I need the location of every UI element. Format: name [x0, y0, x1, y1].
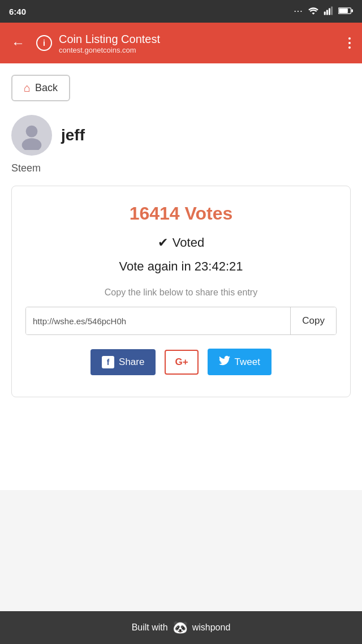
home-icon: ⌂: [24, 81, 31, 95]
app-bar-title: Coin Listing Contest: [59, 32, 337, 46]
signal-dots-icon: ···: [294, 7, 303, 15]
wifi-icon: [308, 6, 319, 17]
svg-point-8: [22, 138, 42, 150]
vote-again-label: Vote again in 23:42:21: [25, 259, 337, 274]
vote-card: 16414 Votes ✔ Voted Vote again in 23:42:…: [11, 186, 351, 397]
below-content: [0, 445, 362, 490]
brand-label: wishpond: [192, 622, 231, 633]
googleplus-button[interactable]: G+: [165, 350, 198, 375]
user-row: jeff: [11, 115, 351, 156]
menu-dot-2: [348, 42, 351, 44]
share-link-input[interactable]: [26, 307, 290, 334]
panda-icon: 🐼: [173, 620, 188, 635]
avatar: [11, 115, 52, 156]
svg-rect-3: [331, 6, 333, 15]
svg-point-7: [26, 126, 38, 138]
facebook-icon: f: [102, 356, 114, 368]
twitter-icon: [219, 355, 230, 368]
twitter-tweet-label: Tweet: [235, 357, 260, 368]
overflow-menu-button[interactable]: [344, 33, 355, 53]
footer: Built with 🐼 wishpond: [0, 611, 362, 644]
googleplus-label: G+: [175, 357, 188, 368]
svg-rect-5: [339, 8, 348, 13]
time-label: 6:40: [9, 7, 26, 16]
votes-count: 16414 Votes: [25, 203, 337, 224]
social-buttons-row: f Share G+ Tweet: [25, 349, 337, 375]
main-content: ⌂ Back jeff Steem 16414 Votes ✔ Voted Vo…: [0, 63, 362, 445]
twitter-tweet-button[interactable]: Tweet: [208, 349, 272, 375]
coin-label: Steem: [11, 162, 351, 174]
voted-label: Voted: [173, 235, 204, 250]
home-back-button[interactable]: ⌂ Back: [11, 75, 70, 101]
built-with-label: Built with: [132, 622, 168, 633]
info-icon: i: [36, 35, 52, 51]
status-icons: ···: [294, 6, 353, 17]
back-button-label: Back: [35, 82, 58, 94]
facebook-share-button[interactable]: f Share: [90, 349, 156, 375]
username: jeff: [61, 126, 85, 144]
svg-rect-2: [329, 8, 330, 15]
app-bar: ← i Coin Listing Contest contest.gonetco…: [0, 23, 362, 63]
svg-rect-1: [326, 10, 328, 15]
app-bar-title-group: Coin Listing Contest contest.gonetcoins.…: [59, 32, 337, 54]
menu-dot-1: [348, 37, 351, 40]
copy-link-row: Copy: [25, 307, 337, 335]
svg-rect-6: [351, 9, 353, 12]
checkmark-icon: ✔: [158, 235, 168, 250]
copy-button[interactable]: Copy: [290, 307, 336, 334]
facebook-share-label: Share: [119, 357, 144, 368]
app-bar-subtitle: contest.gonetcoins.com: [59, 46, 337, 54]
voted-row: ✔ Voted: [25, 235, 337, 250]
bottom-spacer: [11, 411, 351, 445]
share-hint: Copy the link below to share this entry: [25, 287, 337, 298]
battery-icon: [338, 7, 353, 16]
status-bar: 6:40 ···: [0, 0, 362, 23]
back-arrow-button[interactable]: ←: [7, 31, 29, 55]
signal-icon: [324, 6, 334, 17]
svg-rect-0: [324, 11, 326, 15]
menu-dot-3: [348, 46, 351, 49]
